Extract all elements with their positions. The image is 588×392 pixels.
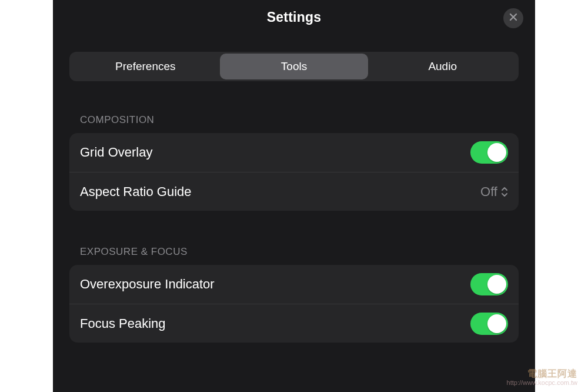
list-exposure-focus: Overexposure Indicator Focus Peaking <box>69 265 519 343</box>
watermark-text: 電腦王阿達 <box>507 368 577 379</box>
close-button[interactable] <box>503 8 523 28</box>
tab-label: Preferences <box>115 60 175 73</box>
tab-label: Tools <box>281 60 307 73</box>
row-aspect-ratio-guide[interactable]: Aspect Ratio Guide Off <box>69 172 519 211</box>
toggle-knob <box>487 275 506 294</box>
toggle-knob <box>487 314 506 333</box>
chevron-up-down-icon <box>501 186 508 198</box>
header: Settings <box>53 0 535 34</box>
value-select-aspect-ratio[interactable]: Off <box>480 184 508 200</box>
section-header-composition: COMPOSITION <box>69 114 519 126</box>
page-title: Settings <box>267 9 321 25</box>
row-label: Focus Peaking <box>80 316 166 331</box>
watermark: 電腦王阿達 http://www.kocpc.com.tw <box>507 368 577 386</box>
tab-label: Audio <box>428 60 457 73</box>
settings-panel: Settings Preferences Tools Audio COMPOSI <box>53 0 535 392</box>
section-header-exposure-focus: EXPOSURE & FOCUS <box>69 246 519 258</box>
select-value: Off <box>480 184 497 200</box>
tab-tools[interactable]: Tools <box>220 54 369 79</box>
row-label: Aspect Ratio Guide <box>80 184 192 200</box>
tab-preferences[interactable]: Preferences <box>71 54 220 79</box>
toggle-overexposure-indicator[interactable] <box>470 273 508 295</box>
tab-bar: Preferences Tools Audio <box>69 52 519 81</box>
toggle-grid-overlay[interactable] <box>470 141 508 164</box>
tab-audio[interactable]: Audio <box>368 54 517 79</box>
row-overexposure-indicator: Overexposure Indicator <box>69 265 519 304</box>
watermark-url: http://www.kocpc.com.tw <box>507 379 577 386</box>
toggle-focus-peaking[interactable] <box>470 313 508 335</box>
toggle-knob <box>487 143 506 162</box>
row-label: Overexposure Indicator <box>80 277 215 292</box>
row-label: Grid Overlay <box>80 145 152 160</box>
list-composition: Grid Overlay Aspect Ratio Guide Off <box>69 133 519 211</box>
close-icon <box>509 13 517 24</box>
row-grid-overlay: Grid Overlay <box>69 133 519 172</box>
row-focus-peaking: Focus Peaking <box>69 304 519 343</box>
